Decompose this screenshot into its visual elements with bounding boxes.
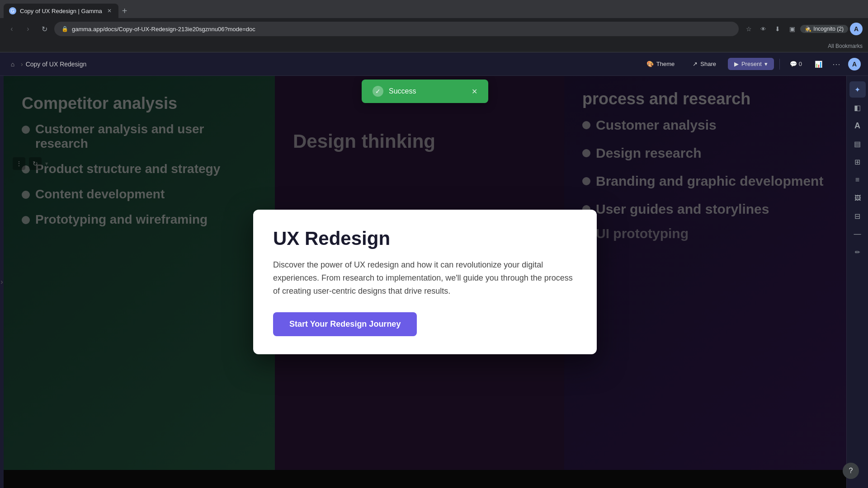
share-button[interactable]: ↗ Share (686, 58, 722, 70)
comments-button[interactable]: 💬 0 (785, 58, 807, 70)
present-label: Present (741, 61, 762, 67)
breadcrumb: ⌂ › Copy of UX Redesign (7, 59, 86, 70)
present-button[interactable]: ▶ Present ▾ (728, 58, 774, 70)
profile-avatar[interactable]: A (850, 23, 863, 35)
active-tab[interactable]: G Copy of UX Redesign | Gamma ✕ (4, 4, 118, 18)
download-icon[interactable]: ⬇ (771, 23, 784, 35)
more-menu-button[interactable]: ⋯ (830, 58, 843, 70)
modal-card: UX Redesign Discover the power of UX red… (253, 210, 597, 354)
help-button[interactable]: ? (843, 463, 859, 479)
theme-label: Theme (656, 61, 675, 67)
incognito-icon: 🕵 (805, 26, 811, 32)
toast-check-icon: ✓ (373, 86, 383, 97)
incognito-label: Incognito (2) (813, 26, 844, 32)
eye-off-icon[interactable]: 👁 (757, 23, 769, 35)
modal-description: Discover the power of UX redesign and ho… (273, 258, 577, 297)
header-divider (779, 59, 780, 70)
all-bookmarks-label: All Bookmarks (828, 43, 863, 49)
modal-cta-button[interactable]: Start Your Redesign Journey (273, 312, 417, 336)
analytics-button[interactable]: 📊 (812, 58, 825, 70)
modal-title: UX Redesign (273, 228, 577, 249)
address-bar: ‹ › ↻ 🔒 gamma.app/docs/Copy-of-UX-Redesi… (0, 18, 868, 40)
layout-toolbar-icon[interactable]: ⊞ (849, 154, 866, 170)
comment-icon: 💬 (790, 61, 797, 67)
divider-toolbar-icon[interactable]: — (849, 226, 866, 242)
browser-chrome: G Copy of UX Redesign | Gamma ✕ + ‹ › ↻ … (0, 0, 868, 52)
play-icon: ▶ (734, 61, 739, 67)
modal-overlay: UX Redesign Discover the power of UX red… (4, 76, 846, 488)
tab-title: Copy of UX Redesign | Gamma (20, 8, 102, 14)
ai-toolbar-icon[interactable]: ✦ (849, 81, 866, 98)
image-toolbar-icon[interactable]: 🖼 (849, 190, 866, 206)
tab-close-button[interactable]: ✕ (106, 7, 113, 14)
text-toolbar-icon[interactable]: A (849, 117, 866, 134)
forward-button[interactable]: › (22, 23, 34, 35)
refresh-button[interactable]: ↻ (38, 23, 51, 35)
cards-toolbar-icon[interactable]: ▤ (849, 136, 866, 152)
bookmarks-bar: All Bookmarks (0, 40, 868, 52)
url-text: gamma.app/docs/Copy-of-UX-Redesign-213ie… (72, 26, 255, 33)
theme-button[interactable]: 🎨 Theme (640, 58, 681, 70)
stack-toolbar-icon[interactable]: ≡ (849, 172, 866, 188)
theme-icon: 🎨 (646, 61, 654, 67)
main-content: › ⋮ ↻ ▾ Competitor analysis Customer ana… (0, 76, 868, 488)
comments-count-label: 0 (799, 61, 802, 67)
success-toast: ✓ Success ✕ (362, 80, 488, 103)
bookmark-icon[interactable]: ☆ (742, 23, 755, 35)
tab-bar: G Copy of UX Redesign | Gamma ✕ + (0, 0, 868, 18)
present-chevron: ▾ (764, 61, 768, 67)
toast-message: Success (389, 87, 416, 95)
incognito-badge: 🕵 Incognito (2) (800, 25, 848, 33)
tab-favicon: G (9, 7, 16, 14)
url-bar[interactable]: 🔒 gamma.app/docs/Copy-of-UX-Redesign-213… (54, 22, 739, 36)
share-icon: ↗ (693, 61, 698, 67)
back-button[interactable]: ‹ (5, 23, 18, 35)
pen-toolbar-icon[interactable]: ✏ (849, 244, 866, 260)
canvas-area: ⋮ ↻ ▾ Competitor analysis Customer analy… (4, 76, 846, 488)
right-toolbar: ✦ ◧ A ▤ ⊞ ≡ 🖼 ⊟ — ✏ (846, 76, 868, 488)
share-label: Share (700, 61, 716, 67)
lock-icon: 🔒 (61, 26, 68, 32)
layers-toolbar-icon[interactable]: ◧ (849, 99, 866, 116)
left-sidebar-toggle[interactable]: › (0, 76, 4, 488)
table-toolbar-icon[interactable]: ⊟ (849, 208, 866, 224)
user-avatar[interactable]: A (848, 58, 861, 70)
sidebar-icon[interactable]: ▣ (786, 23, 798, 35)
breadcrumb-current: Copy of UX Redesign (26, 61, 87, 68)
header-right: 🎨 Theme ↗ Share ▶ Present ▾ 💬 0 📊 ⋯ A (640, 58, 861, 70)
new-tab-button[interactable]: + (118, 6, 131, 16)
breadcrumb-separator: › (21, 61, 23, 68)
app-header: ⌂ › Copy of UX Redesign 🎨 Theme ↗ Share … (0, 52, 868, 76)
home-button[interactable]: ⌂ (7, 59, 18, 70)
address-bar-right: ☆ 👁 ⬇ ▣ 🕵 Incognito (2) A (742, 23, 863, 35)
toast-close-button[interactable]: ✕ (472, 87, 477, 96)
